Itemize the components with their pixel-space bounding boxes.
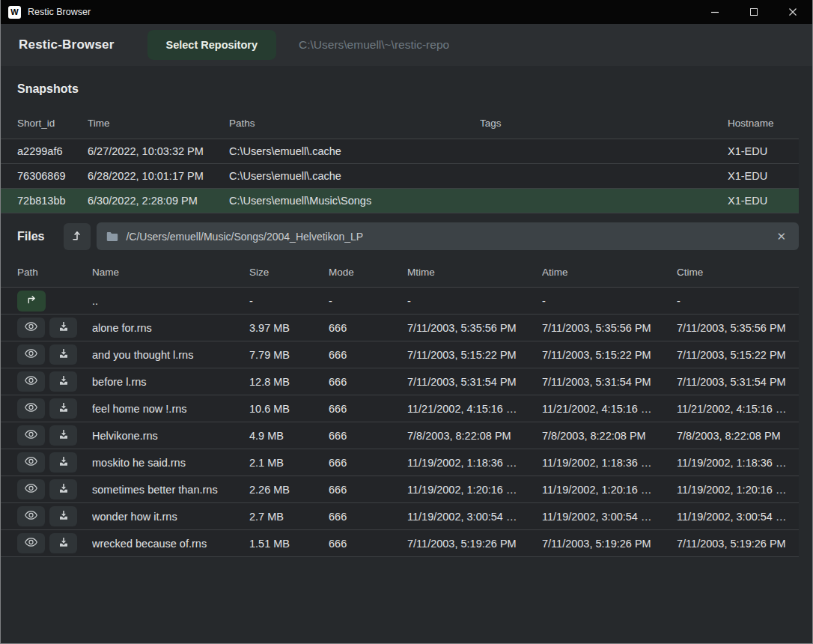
files-table: Path Name Size Mode Mtime Atime Ctime ..	[1, 258, 799, 557]
file-atime: 11/19/2002, 1:20:16 …	[542, 484, 677, 496]
clear-path-button[interactable]: ✕	[773, 228, 789, 245]
file-mode: 666	[329, 457, 407, 469]
download-icon	[58, 374, 70, 389]
preview-file-button[interactable]	[17, 506, 45, 526]
snapshot-row[interactable]: 76306869 6/28/2022, 10:01:17 PM C:\Users…	[1, 164, 799, 189]
file-ctime: 7/11/2003, 5:35:56 PM	[677, 322, 799, 334]
snapshots-table-header: Short_id Time Paths Tags Hostname	[1, 108, 799, 139]
file-name: feel home now !.rns	[92, 403, 249, 415]
download-file-button[interactable]	[49, 371, 77, 392]
snapshots-section-title: Snapshots	[1, 66, 812, 108]
file-name: alone for.rns	[92, 322, 249, 334]
file-mtime: 7/8/2003, 8:22:08 PM	[407, 430, 542, 442]
file-atime: 7/8/2003, 8:22:08 PM	[542, 430, 677, 442]
file-name: and you thought l.rns	[92, 349, 249, 361]
go-up-button[interactable]	[64, 223, 91, 250]
parent-directory-button[interactable]	[17, 291, 46, 312]
download-file-button[interactable]	[49, 533, 77, 553]
preview-file-button[interactable]	[17, 398, 45, 419]
maximize-button[interactable]	[734, 0, 773, 24]
file-mode: 666	[329, 322, 407, 334]
file-size: 2.7 MB	[249, 511, 329, 523]
file-mtime: 11/19/2002, 1:20:16 …	[407, 484, 542, 496]
preview-file-button[interactable]	[17, 371, 45, 392]
download-file-button[interactable]	[49, 506, 77, 526]
file-mode: 666	[329, 430, 407, 442]
download-file-button[interactable]	[49, 479, 77, 499]
file-row: alone for.rns 3.97 MB 666 7/11/2003, 5:3…	[1, 315, 799, 341]
file-ctime: -	[677, 295, 799, 307]
file-size: 10.6 MB	[249, 403, 329, 415]
file-ctime: 11/19/2002, 3:00:54 …	[677, 511, 799, 523]
file-mode: 666	[329, 349, 407, 361]
select-repository-button[interactable]: Select Repository	[147, 30, 277, 60]
snapshot-short-id: a2299af6	[17, 145, 88, 157]
column-header-hostname: Hostname	[728, 118, 799, 129]
snapshot-short-id: 72b813bb	[17, 195, 88, 207]
files-section-title: Files	[17, 230, 44, 243]
file-row: before l.rns 12.8 MB 666 7/11/2003, 5:31…	[1, 368, 799, 395]
snapshot-paths: C:\Users\emuell\.cache	[229, 145, 480, 157]
preview-file-button[interactable]	[17, 452, 45, 473]
close-button[interactable]	[773, 0, 812, 24]
download-icon	[58, 347, 70, 362]
up-right-arrow-icon	[25, 293, 38, 309]
download-icon	[58, 536, 70, 550]
snapshot-time: 6/28/2022, 10:01:17 PM	[88, 170, 229, 182]
eye-icon	[24, 455, 38, 470]
file-size: -	[249, 295, 329, 307]
download-file-button[interactable]	[49, 452, 77, 473]
current-path-bar[interactable]: /C/Users/emuell/Music/Songs/2004_Helveti…	[97, 222, 799, 250]
file-atime: -	[542, 295, 677, 307]
file-mode: 666	[329, 403, 407, 415]
file-row: feel home now !.rns 10.6 MB 666 11/21/20…	[1, 395, 799, 422]
preview-file-button[interactable]	[17, 318, 45, 338]
file-atime: 7/11/2003, 5:19:26 PM	[542, 538, 677, 550]
column-header-ctime: Ctime	[677, 267, 799, 278]
file-row: wonder how it.rns 2.7 MB 666 11/19/2002,…	[1, 503, 799, 530]
file-name: ..	[92, 295, 249, 307]
download-file-button[interactable]	[49, 425, 77, 446]
column-header-short-id: Short_id	[17, 118, 88, 129]
column-header-size: Size	[249, 267, 329, 278]
column-header-time: Time	[88, 118, 229, 129]
app-title: Restic-Browser	[19, 37, 115, 52]
download-icon	[58, 321, 70, 335]
file-mode: 666	[329, 484, 407, 496]
column-header-mtime: Mtime	[407, 267, 542, 278]
file-mode: 666	[329, 511, 407, 523]
snapshot-row[interactable]: a2299af6 6/27/2022, 10:03:32 PM C:\Users…	[1, 139, 799, 164]
minimize-button[interactable]	[695, 0, 734, 24]
file-mtime: 11/19/2002, 3:00:54 …	[407, 511, 542, 523]
app-header: Restic-Browser Select Repository C:\User…	[1, 24, 812, 66]
file-ctime: 7/11/2003, 5:31:54 PM	[677, 376, 799, 388]
snapshot-row[interactable]: 72b813bb 6/30/2022, 2:28:09 PM C:\Users\…	[1, 189, 799, 213]
file-atime: 7/11/2003, 5:35:56 PM	[542, 322, 677, 334]
current-path-text: /C/Users/emuell/Music/Songs/2004_Helveti…	[126, 231, 363, 243]
download-file-button[interactable]	[49, 344, 77, 365]
eye-icon	[24, 536, 38, 550]
download-icon	[58, 455, 70, 470]
snapshot-paths: C:\Users\emuell\Music\Songs	[229, 195, 480, 207]
file-mtime: 7/11/2003, 5:35:56 PM	[407, 322, 542, 334]
preview-file-button[interactable]	[17, 533, 45, 553]
file-size: 3.97 MB	[249, 322, 329, 334]
download-file-button[interactable]	[49, 398, 77, 419]
file-mtime: 7/11/2003, 5:15:22 PM	[407, 349, 542, 361]
download-file-button[interactable]	[49, 318, 77, 338]
file-row: moskito he said.rns 2.1 MB 666 11/19/200…	[1, 449, 799, 476]
folder-icon	[106, 231, 118, 242]
file-ctime: 11/21/2002, 4:15:16 …	[677, 403, 799, 415]
repository-path: C:\Users\emuell\~\restic-repo	[299, 38, 449, 52]
preview-file-button[interactable]	[17, 344, 45, 365]
column-header-paths: Paths	[229, 118, 480, 129]
preview-file-button[interactable]	[17, 425, 45, 446]
snapshots-table: Short_id Time Paths Tags Hostname a2299a…	[1, 108, 799, 213]
eye-icon	[24, 482, 38, 496]
preview-file-button[interactable]	[17, 479, 45, 499]
eye-icon	[24, 321, 38, 335]
close-icon	[788, 7, 797, 16]
window-controls	[695, 0, 812, 24]
file-mtime: 11/19/2002, 1:18:36 …	[407, 457, 542, 469]
file-name: Helvikone.rns	[92, 430, 249, 442]
